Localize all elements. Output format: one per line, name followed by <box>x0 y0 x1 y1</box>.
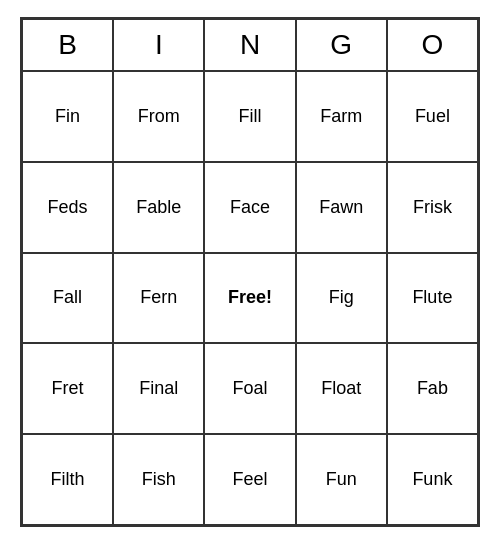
cell-r1c1: Fin <box>22 71 113 162</box>
cell-r3c4: Fig <box>296 253 387 344</box>
cell-r5c1: Filth <box>22 434 113 525</box>
cell-r4c4: Float <box>296 343 387 434</box>
cell-r2c5: Frisk <box>387 162 478 253</box>
cell-r5c5: Funk <box>387 434 478 525</box>
cell-r4c3: Foal <box>204 343 295 434</box>
cell-r1c4: Farm <box>296 71 387 162</box>
cell-r5c4: Fun <box>296 434 387 525</box>
cell-r4c1: Fret <box>22 343 113 434</box>
cell-r3c5: Flute <box>387 253 478 344</box>
header-n: N <box>204 19 295 71</box>
cell-r3c1: Fall <box>22 253 113 344</box>
cell-r2c4: Fawn <box>296 162 387 253</box>
cell-r1c2: From <box>113 71 204 162</box>
cell-r5c2: Fish <box>113 434 204 525</box>
cell-r2c1: Feds <box>22 162 113 253</box>
cell-r5c3: Feel <box>204 434 295 525</box>
cell-r1c5: Fuel <box>387 71 478 162</box>
cell-r1c3: Fill <box>204 71 295 162</box>
header-g: G <box>296 19 387 71</box>
header-i: I <box>113 19 204 71</box>
cell-r2c2: Fable <box>113 162 204 253</box>
cell-r2c3: Face <box>204 162 295 253</box>
cell-free: Free! <box>204 253 295 344</box>
cell-r4c2: Final <box>113 343 204 434</box>
header-b: B <box>22 19 113 71</box>
bingo-card: B I N G O Fin From Fill Farm Fuel Feds F… <box>20 17 480 527</box>
cell-r4c5: Fab <box>387 343 478 434</box>
header-o: O <box>387 19 478 71</box>
cell-r3c2: Fern <box>113 253 204 344</box>
